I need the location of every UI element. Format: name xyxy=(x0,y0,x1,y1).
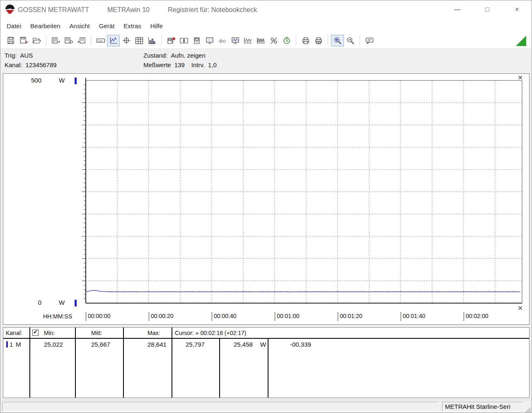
monitor-icon xyxy=(205,36,214,45)
export-2-icon xyxy=(64,36,73,45)
menu-item-bearbeiten[interactable]: Bearbeiten xyxy=(26,20,65,32)
device-flag-icon xyxy=(167,36,176,45)
online-wave-button[interactable] xyxy=(229,35,242,46)
minimize-button[interactable]: — xyxy=(448,0,467,19)
view-table-button[interactable] xyxy=(133,35,145,46)
monitor-wave-icon xyxy=(231,36,240,45)
column-divider xyxy=(123,328,124,398)
keyboard-entry-button[interactable] xyxy=(94,35,107,46)
cell-channel: 1 xyxy=(10,341,13,348)
menu-item-datei[interactable]: Datei xyxy=(2,20,26,32)
x-axis-ticks: 00:00:0000:00:2000:00:4000:01:0000:01:20… xyxy=(3,312,529,322)
chart-line-icon xyxy=(109,36,118,45)
y-axis-min-label: 0 xyxy=(26,299,41,306)
trigger-status: Trig: AUS xyxy=(5,52,33,59)
percent-icon xyxy=(269,36,278,45)
device-transfer-button[interactable] xyxy=(177,35,190,46)
status-bar: METRAHit Starline-Seri xyxy=(0,400,532,413)
trend-chart[interactable] xyxy=(3,74,529,324)
x-tick-label: 00:00:20 xyxy=(149,312,174,321)
app-window: GOSSEN METRAWATT METRAwin 10 Registriert… xyxy=(0,0,532,413)
kanal-label: Kanal: xyxy=(5,61,22,68)
export-data-button[interactable] xyxy=(49,35,62,46)
maximize-button[interactable]: □ xyxy=(478,0,497,19)
formula-icon: -f(x) xyxy=(218,36,227,45)
export-snapshot-button[interactable] xyxy=(62,35,75,46)
col-header-mitt: Mitt: xyxy=(91,330,102,336)
print-button[interactable] xyxy=(299,35,312,46)
timer-button[interactable] xyxy=(280,35,293,46)
zustand-label: Zustand: xyxy=(143,52,167,59)
annotation-button[interactable] xyxy=(363,35,376,46)
export-1-icon xyxy=(51,36,60,45)
print-preview-button[interactable] xyxy=(312,35,325,46)
print-preview-icon xyxy=(314,36,323,45)
device-setup-button[interactable] xyxy=(164,35,177,46)
app-logo-icon xyxy=(5,4,15,15)
save-button[interactable] xyxy=(5,35,17,46)
save-as-button[interactable] xyxy=(17,35,30,46)
channel-status: Kanal: 123456789 xyxy=(5,61,57,68)
cell-cursor-left: 25,797 xyxy=(186,341,205,348)
messwerte-label: Meßwerte xyxy=(143,61,171,68)
device-screen-icon xyxy=(192,36,201,45)
save-as-icon xyxy=(19,36,29,45)
messwerte-value: 139 xyxy=(174,61,185,68)
wave-dense-icon xyxy=(256,36,266,45)
device-name-box: METRAHit Starline-Seri xyxy=(442,402,523,411)
view-xy-chart-button[interactable] xyxy=(120,35,133,46)
save-icon xyxy=(7,36,16,45)
menu-item-hilfe[interactable]: Hilfe xyxy=(146,20,167,32)
cell-delta: -00,339 xyxy=(290,341,311,348)
column-divider xyxy=(172,328,172,398)
measurement-table: Kanal: ✔ Min: Mitt: Max: Cursor: » 00:02… xyxy=(3,327,530,398)
signal-pair-button[interactable] xyxy=(242,35,254,46)
zustand-value: Aufn. zeigen xyxy=(171,52,205,59)
toolbar-separator xyxy=(296,35,296,46)
col-header-cursor: Cursor: » 00:02:18 (+02:17) xyxy=(175,330,246,336)
signal-dense-button[interactable] xyxy=(254,35,267,46)
zoom-mode-button[interactable] xyxy=(344,35,357,46)
formula-button[interactable]: -f(x) xyxy=(216,35,229,46)
y-axis-max-label: 500 xyxy=(26,77,41,84)
channel-visible-checkbox[interactable]: ✔ xyxy=(32,330,39,336)
column-divider xyxy=(29,328,30,398)
resize-grip[interactable] xyxy=(525,407,531,413)
channel-marker-top xyxy=(75,78,77,84)
zoom-signal-button[interactable] xyxy=(331,35,344,46)
header-divider xyxy=(3,338,529,339)
menu-item-extras[interactable]: Extras xyxy=(119,20,146,32)
scaling-percent-button[interactable] xyxy=(267,35,280,46)
y-axis-unit-top: W xyxy=(59,77,65,84)
registration-text: Registriert für: Notebookcheck xyxy=(168,0,257,19)
online-monitor-button[interactable] xyxy=(203,35,216,46)
status-triangle-icon xyxy=(516,36,526,46)
menu-item-ansicht[interactable]: Ansicht xyxy=(65,20,94,32)
menu-item-geraet[interactable]: Gerät xyxy=(94,20,119,32)
channel-marker-bottom xyxy=(75,300,77,306)
column-divider xyxy=(268,339,268,398)
intrv-label: Intrv. xyxy=(191,61,205,68)
toolbar-separator xyxy=(360,35,360,46)
x-tick-label: 00:00:00 xyxy=(86,312,111,321)
cell-mode: M xyxy=(16,341,21,348)
wave-pair-icon xyxy=(244,36,253,45)
column-divider xyxy=(219,339,220,398)
device-display-button[interactable] xyxy=(190,35,203,46)
trig-value: AUS xyxy=(20,52,33,59)
keyboard-icon xyxy=(96,36,105,45)
status-panel: Trig: AUS Kanal: 123456789 Zustand: Aufn… xyxy=(0,49,532,73)
open-button[interactable] xyxy=(30,35,43,46)
close-button[interactable]: × xyxy=(508,0,527,19)
chart-panel: 500 W 0 W HH:MM:SS 00:00:0000:00:2000:00… xyxy=(3,73,530,325)
chart-crosshair-icon xyxy=(122,36,131,45)
import-data-button[interactable] xyxy=(75,35,88,46)
toolbar-separator xyxy=(91,35,91,46)
kanal-value: 123456789 xyxy=(26,61,57,68)
column-divider xyxy=(75,328,76,398)
view-line-chart-button[interactable] xyxy=(107,35,120,46)
toolbar-separator xyxy=(161,35,162,46)
cell-mitt: 25,667 xyxy=(91,341,110,348)
view-histogram-button[interactable] xyxy=(145,35,158,46)
open-icon xyxy=(32,36,41,45)
